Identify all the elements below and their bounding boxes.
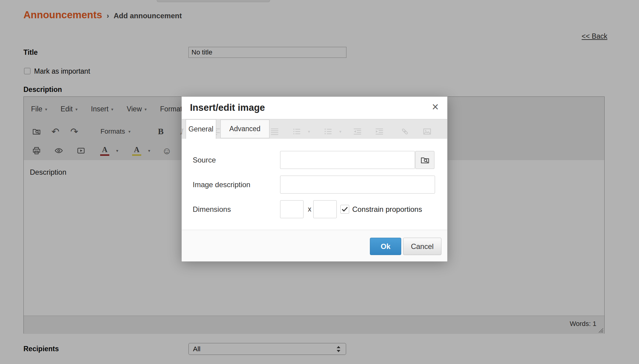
dialog-title: Insert/edit image [190, 97, 265, 119]
image-description-label: Image description [193, 176, 250, 194]
dialog-body: Source Image description Dimensions x [182, 139, 447, 230]
source-input[interactable] [280, 151, 415, 169]
browse-button[interactable] [415, 151, 434, 169]
constrain-proportions-checkbox[interactable] [340, 205, 349, 214]
dimensions-separator: x [306, 200, 314, 218]
dimensions-label: Dimensions [193, 200, 231, 218]
cancel-button[interactable]: Cancel [403, 238, 441, 255]
height-input[interactable] [313, 200, 337, 218]
folder-search-icon [420, 155, 430, 165]
tab-advanced[interactable]: Advanced [220, 120, 269, 138]
dialog-header: Insert/edit image × [182, 97, 447, 119]
image-description-input[interactable] [280, 176, 435, 194]
ok-button[interactable]: Ok [370, 238, 401, 255]
dialog-tabs: General Advanced [182, 119, 447, 139]
dimensions-row: Dimensions x Constrain proportions [182, 200, 447, 218]
insert-edit-image-dialog: Insert/edit image × General Advanced Sou… [181, 96, 448, 261]
screen: Announcements › Add announcement << Back… [0, 0, 639, 364]
image-description-row: Image description [182, 176, 447, 194]
tab-general[interactable]: General [186, 119, 216, 139]
close-icon[interactable]: × [432, 101, 439, 113]
dialog-footer: Ok Cancel [182, 230, 447, 261]
width-input[interactable] [280, 200, 304, 218]
source-row: Source [182, 151, 447, 169]
constrain-proportions-label: Constrain proportions [352, 200, 422, 218]
checkmark-icon [341, 206, 348, 213]
source-label: Source [193, 151, 216, 169]
